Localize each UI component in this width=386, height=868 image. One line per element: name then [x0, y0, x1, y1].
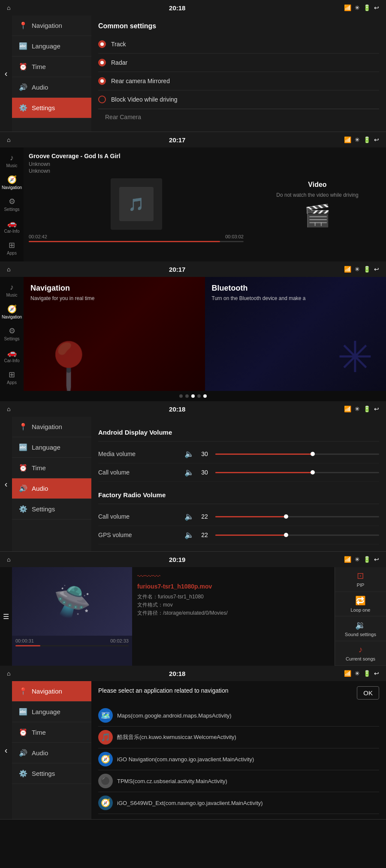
sidebar-item-audio-6[interactable]: 🔊 Audio	[12, 743, 91, 763]
side-nav-navigation-2[interactable]: 🧭 Navigation	[1, 172, 23, 192]
side-nav-apps-2[interactable]: ⊞ Apps	[1, 238, 23, 258]
context-pip[interactable]: ⊡ PIP	[335, 567, 386, 592]
home-icon-6[interactable]: ⌂	[7, 670, 10, 677]
time-display-1: 20:18	[169, 4, 185, 12]
call-volume-slider-factory[interactable]	[215, 516, 379, 517]
settings-icon-nav-2: ⚙	[9, 197, 15, 206]
status-bar-3: ⌂ 20:17 📶 ✳ 🔋 ↩	[0, 261, 386, 277]
sidebar-item-settings-6[interactable]: ⚙️ Settings	[12, 763, 91, 784]
gps-volume-slider[interactable]	[215, 535, 379, 536]
back-icon-2[interactable]: ↩	[374, 136, 379, 143]
media-volume-thumb	[311, 452, 315, 456]
bt-icon-5: ✳	[355, 556, 360, 563]
setting-row-block-video[interactable]: Block Video while driving	[98, 90, 379, 109]
sidebar-item-time-1[interactable]: ⏰ Time	[12, 57, 91, 77]
media-left-panel: Groove Coverage - God Is A Girl Unknown …	[24, 147, 249, 261]
dots-indicator	[0, 391, 386, 401]
status-icons-6: 📶 ✳ 🔋 ↩	[344, 670, 379, 677]
factory-volume-title: Factory Radio Volume	[98, 486, 379, 504]
setting-label-rear-cam: Rear camera Mirrored	[111, 78, 170, 84]
sidebar-item-navigation-1[interactable]: 📍 Navigation	[12, 15, 91, 36]
context-current-songs[interactable]: ♪ Current songs	[335, 641, 386, 666]
side-nav-nav-3[interactable]: 🧭 Navigation	[1, 302, 23, 322]
context-loop[interactable]: 🔁 Loop one	[335, 592, 386, 617]
back-arrow-6[interactable]: ‹	[0, 681, 12, 819]
context-sound[interactable]: 🔉 Sound settings	[335, 616, 386, 641]
wifi-icon-5: 📶	[344, 556, 351, 563]
sidebar-audio-label-4: Audio	[32, 485, 48, 492]
back-icon-3[interactable]: ↩	[374, 266, 379, 273]
radio-block-video[interactable]	[98, 96, 106, 103]
video-time-current: 00:00:31	[15, 638, 34, 643]
setting-row-rear-cam[interactable]: Rear camera Mirrored	[98, 72, 379, 90]
radio-track[interactable]	[98, 40, 106, 48]
progress-track[interactable]	[29, 241, 244, 242]
music-disc-icon: 🎵	[128, 197, 144, 212]
side-nav-apps-3[interactable]: ⊞ Apps	[1, 367, 23, 387]
radio-radar[interactable]	[98, 59, 106, 66]
time-display-5: 20:19	[169, 556, 185, 563]
sidebar-nav-label-4: Navigation	[32, 423, 62, 430]
side-nav-settings-3[interactable]: ⚙ Settings	[1, 324, 23, 344]
setting-label-block-video: Block Video while driving	[111, 96, 178, 103]
app-row-igo-ext[interactable]: 🧭 iGO_S649WD_Ext(com.navngo.igo.javaclie…	[98, 792, 379, 814]
time-sidebar-icon-6: ⏰	[19, 728, 27, 736]
media-volume-slider[interactable]	[215, 454, 379, 455]
call-volume-slider-android[interactable]	[215, 472, 379, 473]
sidebar-item-time-6[interactable]: ⏰ Time	[12, 722, 91, 743]
video-player-panel: ☰ 🛸 00:00:31 00:02:33 〰〰〰 furious7-tsr1_…	[0, 567, 386, 666]
app-select-title: Please select an application related to …	[98, 687, 229, 694]
sidebar-item-nav-6[interactable]: 📍 Navigation	[12, 681, 91, 702]
back-arrow-4[interactable]: ‹	[0, 417, 12, 551]
home-icon[interactable]: ⌂	[7, 4, 10, 11]
call-volume-label-android: Call volume	[98, 469, 180, 476]
sidebar-item-settings-4[interactable]: ⚙️ Settings	[12, 499, 91, 520]
battery-icon-4: 🔋	[363, 405, 371, 412]
app-row-tpms[interactable]: ⚫ TPMS(com.cz.usbserial.activity.MainAct…	[98, 770, 379, 792]
sidebar-item-audio-1[interactable]: 🔊 Audio	[12, 77, 91, 98]
radio-rear-cam[interactable]	[98, 77, 106, 85]
setting-row-radar[interactable]: Radar	[98, 54, 379, 72]
app-row-igo[interactable]: 🧭 iGO Navigation(com.navngo.igo.javaclie…	[98, 748, 379, 770]
sidebar-item-nav-4[interactable]: 📍 Navigation	[12, 417, 91, 437]
side-nav-settings-2[interactable]: ⚙ Settings	[1, 194, 23, 214]
sidebar-item-lang-4[interactable]: 🔤 Language	[12, 437, 91, 458]
side-nav-music-3[interactable]: ♪ Music	[1, 280, 23, 300]
side-nav-carinfo-2[interactable]: 🚗 Car-Info	[1, 216, 23, 236]
dot-3	[191, 394, 195, 398]
bt-card[interactable]: Bluetooth Turn on the Bluetooth device a…	[205, 277, 386, 391]
sidebar-item-settings-1[interactable]: ⚙️ Settings	[12, 98, 91, 118]
back-icon[interactable]: ↩	[374, 4, 379, 11]
side-nav-carinfo-3[interactable]: 🚗 Car-Info	[1, 345, 23, 366]
igo-ext-label: iGO_S649WD_Ext(com.navngo.igo.javaclient…	[117, 800, 263, 806]
track-artist: Unknown	[29, 161, 244, 167]
status-bar-4: ⌂ 20:18 📶 ✳ 🔋 ↩	[0, 401, 386, 417]
call-volume-value-factory: 22	[198, 513, 211, 520]
back-icon-6[interactable]: ↩	[374, 670, 379, 677]
video-list-button[interactable]: ☰	[0, 567, 12, 666]
sidebar-item-lang-6[interactable]: 🔤 Language	[12, 702, 91, 722]
side-nav-music-2[interactable]: ♪ Music	[1, 151, 23, 171]
home-icon-2[interactable]: ⌂	[7, 136, 10, 143]
video-play-icon[interactable]: 🎬	[304, 203, 331, 228]
sidebar-item-language-1[interactable]: 🔤 Language	[12, 36, 91, 57]
video-progress-track[interactable]	[15, 645, 129, 646]
sidebar-item-audio-4[interactable]: 🔊 Audio	[12, 478, 91, 499]
tpms-icon: ⚫	[98, 774, 113, 788]
app-row-kuwo[interactable]: 🎵 酷我音乐(cn.kuwo.kwmusiccar.WelcomeActivit…	[98, 727, 379, 748]
maps-label: Maps(com.google.android.maps.MapsActivit…	[117, 712, 232, 719]
home-icon-3[interactable]: ⌂	[7, 266, 10, 273]
home-icon-5[interactable]: ⌂	[7, 556, 10, 563]
panel-3: ⌂ 20:17 📶 ✳ 🔋 ↩ ♪ Music 🧭 Navigation ⚙ S…	[0, 261, 386, 401]
media-volume-icon: 🔈	[184, 449, 194, 459]
back-arrow-1[interactable]: ‹	[0, 15, 12, 132]
app-row-maps[interactable]: 🗺️ Maps(com.google.android.maps.MapsActi…	[98, 705, 379, 727]
setting-row-track[interactable]: Track	[98, 35, 379, 54]
nav-card[interactable]: Navigation Navigate for you in real time…	[24, 277, 205, 391]
back-icon-5[interactable]: ↩	[374, 556, 379, 563]
sidebar-item-time-4[interactable]: ⏰ Time	[12, 458, 91, 478]
wifi-icon-4: 📶	[344, 405, 351, 412]
back-icon-4[interactable]: ↩	[374, 405, 379, 412]
home-icon-4[interactable]: ⌂	[7, 405, 10, 412]
ok-button[interactable]: OK	[357, 686, 379, 700]
